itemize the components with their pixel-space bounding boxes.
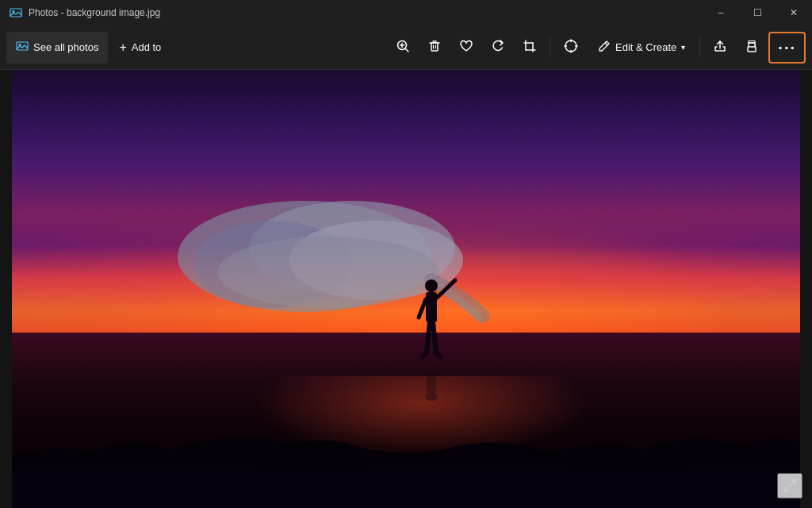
- see-all-photos-label: See all photos: [33, 41, 98, 53]
- svg-rect-25: [749, 41, 755, 44]
- share-button[interactable]: [705, 32, 735, 64]
- svg-line-22: [605, 43, 607, 45]
- svg-rect-2: [17, 42, 28, 50]
- svg-line-38: [422, 353, 427, 357]
- minimize-button[interactable]: –: [703, 0, 739, 25]
- svg-line-34: [437, 280, 455, 298]
- svg-line-39: [436, 353, 441, 357]
- crop-button[interactable]: [515, 32, 545, 64]
- delete-icon: [427, 39, 442, 56]
- svg-point-26: [755, 44, 756, 45]
- edit-create-label: Edit & Create: [615, 41, 676, 53]
- share-icon: [713, 39, 727, 56]
- enhance-icon: [563, 38, 579, 56]
- photo-image[interactable]: [12, 70, 800, 508]
- svg-line-37: [433, 322, 436, 353]
- delete-button[interactable]: [419, 32, 450, 64]
- svg-rect-0: [10, 9, 21, 17]
- print-icon: [745, 39, 759, 56]
- photo-container: [12, 70, 800, 508]
- enhance-button[interactable]: [555, 32, 587, 64]
- toolbar-divider-1: [550, 38, 550, 57]
- maximize-button[interactable]: ☐: [739, 0, 776, 25]
- zoom-button[interactable]: [388, 32, 418, 64]
- edit-icon: [598, 40, 611, 55]
- photos-icon: [16, 40, 29, 55]
- toolbar-divider-2: [699, 38, 700, 57]
- print-button[interactable]: [737, 32, 767, 64]
- expand-button[interactable]: [777, 473, 802, 498]
- svg-line-42: [791, 480, 795, 485]
- svg-point-32: [425, 279, 438, 292]
- edit-create-button[interactable]: Edit & Create ▾: [588, 32, 695, 64]
- window-controls: – ☐ ✕: [703, 0, 812, 25]
- svg-rect-24: [748, 47, 756, 52]
- plus-icon: +: [119, 40, 126, 55]
- more-icon: ···: [778, 40, 796, 56]
- app-icon: [10, 6, 22, 19]
- rotate-icon: [491, 39, 505, 56]
- heart-icon: [459, 39, 473, 56]
- crop-icon: [523, 39, 537, 56]
- smoke-element: [130, 193, 527, 355]
- svg-rect-8: [431, 43, 438, 51]
- figure-silhouette: [400, 266, 463, 412]
- title-bar-left: Photos - background image.jpg: [10, 6, 160, 19]
- svg-line-36: [427, 322, 430, 353]
- window-title: Photos - background image.jpg: [29, 7, 160, 18]
- svg-line-5: [406, 49, 409, 52]
- add-to-button[interactable]: + Add to: [111, 32, 169, 64]
- svg-line-43: [784, 487, 789, 491]
- foreground-rocks: [12, 412, 800, 508]
- rotate-button[interactable]: [483, 32, 513, 64]
- zoom-icon: [396, 39, 410, 56]
- main-content: [0, 70, 812, 508]
- more-options-button[interactable]: ···: [768, 32, 806, 64]
- see-all-photos-button[interactable]: See all photos: [6, 32, 108, 64]
- title-bar: Photos - background image.jpg – ☐ ✕: [0, 0, 812, 25]
- toolbar-left: See all photos + Add to: [6, 32, 169, 64]
- toolbar: See all photos + Add to: [0, 25, 812, 70]
- close-button[interactable]: ✕: [776, 0, 812, 25]
- add-to-label: Add to: [132, 41, 162, 53]
- toolbar-right: Edit & Create ▾: [388, 32, 806, 64]
- svg-line-35: [419, 299, 426, 318]
- svg-point-40: [425, 393, 438, 401]
- svg-rect-41: [427, 373, 436, 393]
- chevron-down-icon: ▾: [681, 43, 685, 52]
- favorite-button[interactable]: [451, 32, 481, 64]
